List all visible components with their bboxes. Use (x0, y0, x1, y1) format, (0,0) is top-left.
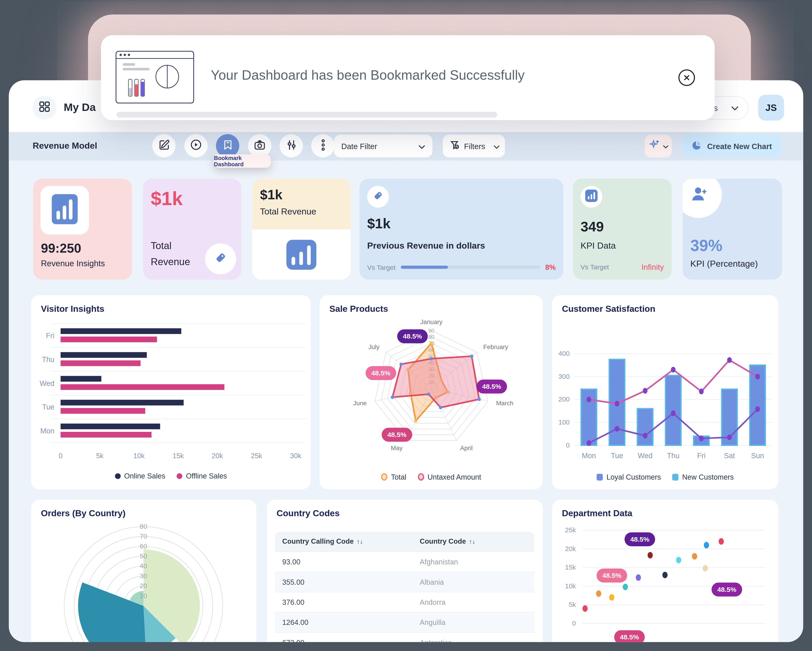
legend-label: Offline Sales (186, 472, 227, 480)
calling-code-cell: 93.00 (275, 552, 412, 572)
vs-target-label: Vs Target (580, 263, 609, 271)
ai-assistant-dropdown[interactable] (645, 134, 672, 157)
svg-text:Thu: Thu (42, 355, 55, 364)
legend-label: Untaxed Amount (427, 473, 481, 481)
table-row[interactable]: 376.00Andorra (275, 592, 534, 612)
percentage-badge: 48.5% (397, 329, 428, 343)
panel-orders-by-country: Orders (By Country) 1020304050607080 (31, 500, 256, 642)
kpi-value: $1k (260, 187, 282, 203)
date-filter-dropdown[interactable]: Date Filter (334, 134, 433, 157)
percentage-badge: 48.5% (366, 366, 396, 380)
panel-department-data: Department Data 05k10k15k20k25k050010001… (552, 500, 778, 642)
legend-square (597, 474, 603, 480)
apps-grid-button[interactable] (33, 96, 56, 120)
svg-text:100: 100 (559, 418, 569, 426)
svg-text:90: 90 (428, 328, 434, 334)
tag-icon (372, 190, 384, 204)
tag-icon (214, 251, 227, 267)
add-user-icon (691, 186, 708, 205)
panel-title: Visitor Insights (41, 304, 104, 314)
kpi-value: 39% (690, 236, 722, 255)
play-tour-button[interactable] (185, 134, 208, 157)
settings-sliders-button[interactable] (280, 134, 303, 157)
legend-total[interactable]: Total (381, 473, 406, 481)
svg-text:0: 0 (572, 619, 576, 627)
country-cell: Antarctica (412, 632, 534, 642)
svg-text:Fri: Fri (697, 452, 705, 460)
kpi-card-total-revenue[interactable]: $1k Total Revenue (143, 178, 241, 279)
legend-offline-sales[interactable]: Offline Sales (177, 472, 227, 480)
svg-text:Wed: Wed (40, 380, 54, 387)
column-header-calling-code[interactable]: Country Calling Code↑↓ (275, 532, 412, 552)
panel-title: Country Codes (276, 508, 340, 519)
calling-code-cell: 672.00 (275, 632, 412, 642)
play-icon (190, 139, 202, 153)
target-value: 8% (545, 263, 556, 271)
customer-satisfaction-chart: 0100200300400MonTueWedThuFriSatSun (552, 295, 778, 468)
tag-icon-circle (205, 243, 236, 274)
grid-icon (39, 101, 50, 114)
create-new-chart-button[interactable]: Create New Chart (682, 134, 781, 157)
create-new-chart-label: Create New Chart (707, 142, 772, 151)
svg-text:30: 30 (140, 572, 147, 579)
svg-text:Fri: Fri (46, 332, 55, 340)
dashboard-name: Revenue Model (33, 141, 97, 151)
svg-text:60: 60 (140, 543, 147, 550)
svg-text:Sat: Sat (724, 452, 735, 460)
svg-text:Tue: Tue (611, 452, 623, 460)
target-value: Infinity (641, 262, 664, 271)
kpi-card-kpi-data[interactable]: 349 KPI Data Vs Target Infinity (573, 178, 672, 279)
kpi-card-total-revenue-2[interactable]: $1k Total Revenue (252, 178, 351, 279)
calling-code-cell: 1264.00 (275, 612, 412, 632)
kpi-card-previous-revenue[interactable]: $1k Previous Revenue in dollars Vs Targe… (359, 178, 563, 279)
legend-label: New Customers (682, 473, 734, 481)
toast-close-button[interactable] (678, 68, 696, 87)
legend-online-sales[interactable]: Online Sales (115, 472, 165, 480)
svg-text:10k: 10k (133, 452, 145, 460)
bar-chart-icon (286, 240, 316, 272)
kebab-menu-icon (321, 139, 325, 153)
date-filter-label: Date Filter (341, 142, 377, 151)
kpi-card-top (252, 178, 351, 229)
table-row[interactable]: 355.00Albania (275, 572, 534, 592)
legend-dot (177, 473, 182, 479)
bookmark-dashboard-button[interactable] (216, 134, 239, 157)
filters-dropdown[interactable]: Filters (443, 134, 505, 157)
svg-text:Thu: Thu (667, 452, 679, 460)
toast-scrollbar[interactable] (116, 112, 497, 117)
country-codes-table: Country Calling Code↑↓ Country Code↑↓ 93… (275, 532, 534, 642)
sort-icon[interactable]: ↑↓ (357, 538, 363, 545)
legend-square (672, 474, 679, 480)
legend-untaxed-amount[interactable]: Untaxed Amount (418, 473, 481, 481)
svg-text:30k: 30k (290, 452, 302, 460)
svg-text:15k: 15k (565, 564, 576, 571)
legend-new-customers[interactable]: New Customers (672, 473, 734, 481)
sort-icon[interactable]: ↑↓ (469, 538, 475, 545)
kpi-label: Revenue Insights (41, 259, 105, 268)
kpi-value: $1k (367, 216, 391, 232)
legend-loyal-customers[interactable]: Loyal Customers (597, 473, 661, 481)
avatar[interactable]: JS (758, 95, 784, 121)
table-row[interactable]: 1264.00Anguilla (275, 612, 534, 632)
kpi-card-revenue-insights[interactable]: 99:250 Revenue Insights (33, 178, 132, 279)
visitor-insights-chart: FriThuWedTueMon05k10k15k20k25k30k (31, 319, 311, 471)
edit-icon (158, 139, 169, 152)
legend-dot (115, 473, 121, 479)
percentage-badge: 48.5% (476, 380, 507, 394)
svg-text:80: 80 (428, 334, 434, 340)
column-header-country-code[interactable]: Country Code↑↓ (412, 532, 534, 552)
kpi-card-kpi-percentage[interactable]: 39% KPI (Percentage) (682, 178, 782, 279)
snapshot-button[interactable] (248, 134, 271, 157)
percentage-badge: 48.5% (711, 582, 742, 596)
chevron-down-icon (663, 141, 669, 151)
svg-text:February: February (483, 343, 508, 351)
svg-text:10k: 10k (565, 582, 576, 590)
table-row[interactable]: 93.00Afghanistan (275, 552, 534, 572)
calling-code-cell: 376.00 (275, 592, 412, 612)
legend-label: Online Sales (124, 472, 165, 480)
svg-text:Tue: Tue (42, 403, 55, 411)
more-options-button[interactable] (311, 134, 334, 157)
svg-text:300: 300 (559, 373, 569, 380)
edit-dashboard-button[interactable] (152, 134, 176, 157)
table-row[interactable]: 672.00Antarctica (275, 632, 534, 642)
